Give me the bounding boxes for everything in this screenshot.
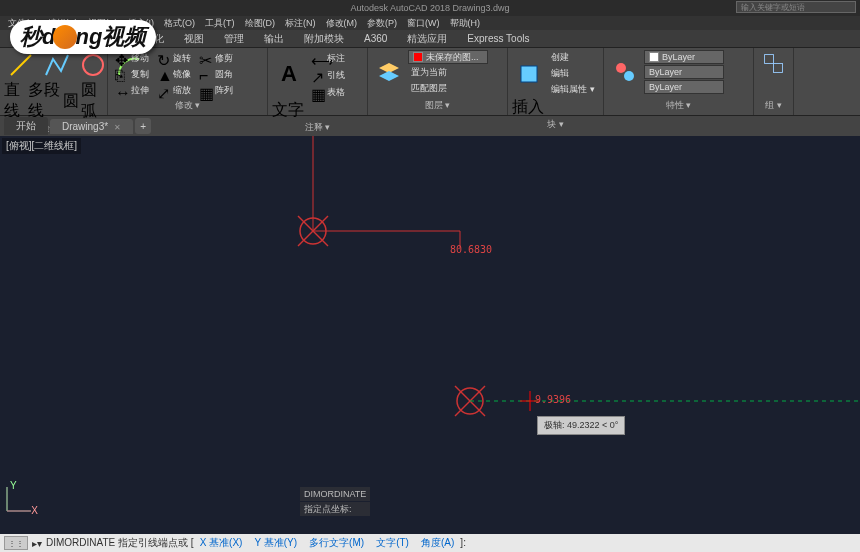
- group-icon: [761, 51, 786, 79]
- table-button[interactable]: ▦表格: [308, 84, 348, 100]
- svg-point-3: [616, 63, 626, 73]
- svg-rect-2: [521, 66, 537, 82]
- layer-combo[interactable]: 未保存的图...: [408, 50, 488, 64]
- group-button[interactable]: [758, 50, 789, 80]
- block-icon: [515, 60, 543, 88]
- panel-block-label[interactable]: 块 ▾: [512, 118, 599, 132]
- panel-draw: 直线 多段线 圆 圆弧 绘图 ▾: [0, 48, 108, 115]
- menu-window[interactable]: 窗口(W): [403, 17, 444, 30]
- ribbon-tab-express[interactable]: Express Tools: [457, 30, 539, 47]
- svg-point-4: [624, 71, 634, 81]
- match-layer-button[interactable]: 匹配图层: [408, 81, 488, 96]
- scale-icon: ⤢: [157, 84, 171, 98]
- match-icon: [611, 58, 639, 86]
- menu-tools[interactable]: 工具(T): [201, 17, 239, 30]
- color-combo[interactable]: ByLayer: [644, 50, 724, 64]
- insert-block-button[interactable]: [512, 59, 546, 89]
- panel-group: 组 ▾: [754, 48, 794, 115]
- watermark-logo: 秒dng视频: [10, 20, 156, 54]
- edit-attr-button[interactable]: 编辑属性 ▾: [548, 82, 598, 97]
- make-current-button[interactable]: 置为当前: [408, 65, 450, 80]
- svg-rect-5: [765, 55, 774, 64]
- linetype-combo[interactable]: ByLayer: [644, 80, 724, 94]
- ribbon-tab-output[interactable]: 输出: [254, 30, 294, 47]
- copy-button[interactable]: ⎘复制: [112, 66, 152, 82]
- trim-icon: ✂: [199, 51, 213, 65]
- ribbon-tab-featured[interactable]: 精选应用: [397, 30, 457, 47]
- circle-label: 圆: [63, 91, 79, 112]
- create-block-button[interactable]: 创建: [548, 50, 598, 65]
- ribbon-tab-view[interactable]: 视图: [174, 30, 214, 47]
- circle-icon: [79, 51, 107, 79]
- line-label: 直线: [4, 80, 26, 122]
- polyline-label: 多段线: [28, 80, 61, 122]
- array-icon: ▦: [199, 84, 213, 98]
- dim-button[interactable]: ⟷标注: [308, 50, 348, 66]
- panel-annotate-label[interactable]: 注释 ▾: [272, 121, 363, 135]
- array-button[interactable]: ▦阵列: [196, 83, 236, 99]
- opt-m[interactable]: 多行文字(M): [309, 537, 364, 548]
- text-button[interactable]: A: [272, 60, 306, 90]
- history-line-1: DIMORDINATE: [300, 487, 370, 501]
- ribbon: 直线 多段线 圆 圆弧 绘图 ▾ ✥移动 ↻旋转 ✂修剪 ⎘复制 ▲镜像 ⌐圆角…: [0, 48, 860, 116]
- opt-y[interactable]: Y 基准(Y): [254, 537, 297, 548]
- menu-draw[interactable]: 绘图(D): [241, 17, 280, 30]
- panel-modify-label[interactable]: 修改 ▾: [112, 99, 263, 113]
- line-button[interactable]: [4, 50, 38, 80]
- panel-layers-label[interactable]: 图层 ▾: [372, 99, 503, 113]
- fillet-button[interactable]: ⌐圆角: [196, 66, 236, 82]
- close-tab-icon[interactable]: ✕: [114, 123, 121, 132]
- panel-layers: 未保存的图... 置为当前 匹配图层 图层 ▾: [368, 48, 508, 115]
- ucs-icon: Y X: [4, 484, 34, 514]
- edit-block-button[interactable]: 编辑: [548, 66, 598, 81]
- dynamic-input-value: 9.9396: [535, 394, 571, 405]
- stretch-icon: ↔: [115, 84, 129, 98]
- stretch-button[interactable]: ↔拉伸: [112, 83, 152, 99]
- file-tab-strip: 开始 Drawing3*✕ +: [0, 116, 860, 136]
- opt-a[interactable]: 角度(A): [421, 537, 454, 548]
- title-bar: Autodesk AutoCAD 2018 Drawing3.dwg 输入关键字…: [0, 0, 860, 16]
- ribbon-tab-a360[interactable]: A360: [354, 30, 397, 47]
- app-title: Autodesk AutoCAD 2018 Drawing3.dwg: [350, 3, 509, 13]
- opt-t[interactable]: 文字(T): [376, 537, 409, 548]
- mirror-button[interactable]: ▲镜像: [154, 66, 194, 82]
- new-tab-button[interactable]: +: [135, 118, 151, 134]
- menu-dim[interactable]: 标注(N): [281, 17, 320, 30]
- ucs-x-label: X: [31, 505, 38, 516]
- layer-props-button[interactable]: [372, 58, 406, 88]
- rotate-button[interactable]: ↻旋转: [154, 50, 194, 66]
- ribbon-tab-manage[interactable]: 管理: [214, 30, 254, 47]
- dimension-value-1: 80.6830: [450, 244, 492, 255]
- circle-button[interactable]: [76, 50, 110, 80]
- table-icon: ▦: [311, 85, 325, 99]
- drawing-tab[interactable]: Drawing3*✕: [50, 119, 133, 134]
- polyline-button[interactable]: [40, 50, 74, 80]
- match-props-button[interactable]: [608, 57, 642, 87]
- panel-group-label[interactable]: 组 ▾: [758, 99, 789, 113]
- panel-block: 创建 编辑 编辑属性 ▾ 插入 块 ▾: [508, 48, 604, 115]
- command-line[interactable]: ⋮⋮ ▸▾ DIMORDINATE 指定引线端点或 [ X 基准(X) Y 基准…: [0, 534, 860, 552]
- fillet-icon: ⌐: [199, 67, 213, 81]
- cmdline-handle-icon[interactable]: ⋮⋮: [4, 536, 28, 550]
- text-icon: A: [275, 61, 303, 89]
- command-history: DIMORDINATE 指定点坐标:: [300, 486, 370, 516]
- menu-modify[interactable]: 修改(M): [322, 17, 362, 30]
- lineweight-combo[interactable]: ByLayer: [644, 65, 724, 79]
- leader-button[interactable]: ↗引线: [308, 67, 348, 83]
- help-search-input[interactable]: 输入关键字或短语: [736, 1, 856, 13]
- opt-x[interactable]: X 基准(X): [200, 537, 243, 548]
- ribbon-tab-addon[interactable]: 附加模块: [294, 30, 354, 47]
- ucs-y-label: Y: [10, 480, 17, 491]
- panel-props-label[interactable]: 特性 ▾: [608, 99, 749, 113]
- copy-icon: ⎘: [115, 67, 129, 81]
- layers-icon: [375, 59, 403, 87]
- menu-param[interactable]: 参数(P): [363, 17, 401, 30]
- menu-format[interactable]: 格式(O): [160, 17, 199, 30]
- cmdline-chevron-icon[interactable]: ▸▾: [32, 538, 42, 549]
- start-tab[interactable]: 开始: [4, 117, 48, 135]
- menu-help[interactable]: 帮助(H): [446, 17, 485, 30]
- scale-button[interactable]: ⤢缩放: [154, 83, 194, 99]
- history-line-2: 指定点坐标:: [300, 502, 370, 516]
- drawing-canvas[interactable]: [俯视][二维线框] 80.6830 9.9396 极轴: 49.2322 < …: [0, 136, 860, 534]
- trim-button[interactable]: ✂修剪: [196, 50, 236, 66]
